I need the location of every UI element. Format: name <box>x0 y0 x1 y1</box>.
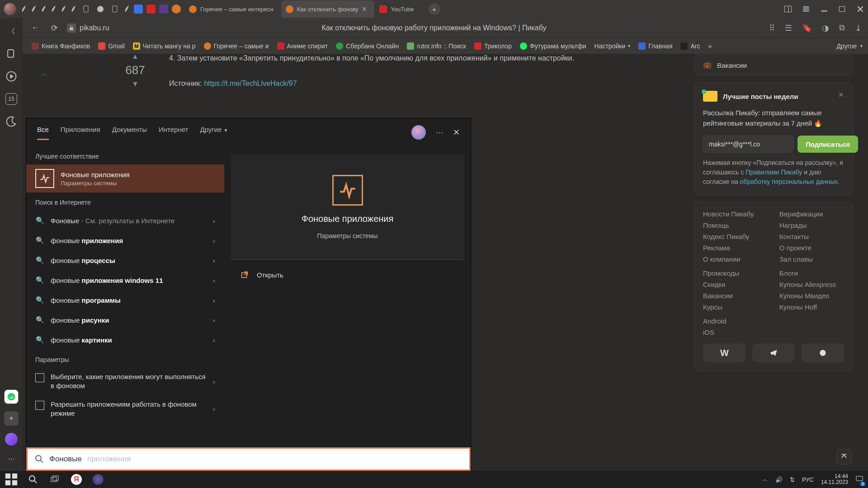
vacancies-card[interactable]: 💼 Вакансии <box>693 54 854 76</box>
notifications-icon[interactable]: 2 <box>855 475 863 484</box>
bookmark-icon[interactable]: 🔖 <box>802 23 812 33</box>
translate-icon[interactable]: ⧉ <box>839 23 845 33</box>
footer-link[interactable]: Кодекс Пикабу <box>703 233 768 240</box>
footer-link[interactable]: Блоги <box>779 269 844 277</box>
close-tab-icon[interactable]: ✕ <box>362 5 367 13</box>
add-sidebar-icon[interactable]: + <box>4 411 19 426</box>
footer-link[interactable]: Верификации <box>779 210 844 218</box>
email-field[interactable] <box>703 136 794 153</box>
footer-link[interactable]: О компании <box>703 255 768 263</box>
tray-expand-icon[interactable]: ︿ <box>762 475 768 483</box>
sidepanel-icon[interactable] <box>784 5 792 13</box>
bookmark-item[interactable]: Настройки ▾ <box>594 42 631 50</box>
bookmarks-overflow-icon[interactable]: » <box>708 42 712 50</box>
bookmark-item[interactable]: Аниме спирит <box>277 42 328 50</box>
bookmark-item[interactable]: Arc <box>680 42 700 50</box>
footer-link[interactable]: Купоны Мвидео <box>779 292 844 300</box>
feather-icon[interactable] <box>61 4 67 14</box>
copy-icon[interactable] <box>5 48 17 60</box>
close-search-icon[interactable]: ✕ <box>453 127 460 137</box>
search-tab-all[interactable]: Все <box>37 126 49 140</box>
source-link[interactable]: https://t.me/TechLiveHack/97 <box>204 80 297 87</box>
bookmark-item[interactable]: MЧитать мангу на р <box>133 42 196 50</box>
url-field[interactable]: pikabu.ru <box>67 23 109 33</box>
tab-item[interactable]: YouTube <box>375 0 421 18</box>
new-tab-button[interactable]: + <box>429 3 440 15</box>
search-suggestion[interactable]: 🔍фоновые приложения windows 11› <box>26 270 224 290</box>
bookmark-item[interactable]: Книга Фанфиков <box>32 42 90 50</box>
doc-icon[interactable] <box>109 4 120 14</box>
viber-icon[interactable] <box>801 343 844 362</box>
search-options-icon[interactable]: ⋯ <box>436 128 443 137</box>
platform-link[interactable]: iOS <box>703 328 844 336</box>
reload-button[interactable]: ⟳ <box>48 22 61 34</box>
user-avatar-icon[interactable] <box>4 3 16 15</box>
feather-icon[interactable] <box>21 4 27 14</box>
footer-link[interactable]: Вакансии <box>703 292 768 300</box>
search-suggestion[interactable]: 🔍фоновые рисунки› <box>26 310 224 330</box>
footer-link[interactable]: Купоны Aliexpress <box>779 281 844 288</box>
search-tab-web[interactable]: Интернет <box>159 126 188 140</box>
user-account-icon[interactable] <box>411 125 426 140</box>
more-icon[interactable]: ⋯ <box>5 453 17 465</box>
pikabu-icon[interactable] <box>172 5 181 14</box>
sidebar-expand-icon[interactable]: 《 <box>5 25 17 37</box>
search-suggestion[interactable]: 🔍фоновые программы› <box>26 290 224 310</box>
bookmark-item[interactable]: Gmail <box>98 42 125 50</box>
rules-link[interactable]: Правилами Пикабу <box>745 169 802 176</box>
footer-link[interactable]: Промокоды <box>703 269 768 277</box>
feather-icon[interactable] <box>31 4 37 14</box>
settings-result[interactable]: Разрешить приложениям работать в фоновом… <box>26 395 224 423</box>
bookmark-item[interactable]: Футурама мультфи <box>520 42 586 50</box>
open-action[interactable]: Открыть <box>231 264 464 285</box>
privacy-link[interactable]: обработку персональных данных. <box>740 178 840 185</box>
footer-link[interactable]: Награды <box>779 221 844 229</box>
best-match-item[interactable]: Фоновые приложения Параметры системы <box>26 164 224 192</box>
menu-icon[interactable] <box>802 5 810 13</box>
footer-link[interactable]: Зал славы <box>779 255 844 263</box>
settings-result[interactable]: Выберите, какие приложения могут выполня… <box>26 368 224 395</box>
footer-link[interactable]: О проекте <box>779 244 844 252</box>
feather-icon[interactable] <box>124 4 130 14</box>
feather-icon[interactable] <box>51 4 57 14</box>
search-tab-apps[interactable]: Приложения <box>61 126 100 140</box>
close-card-icon[interactable]: ✕ <box>838 91 844 99</box>
language-indicator[interactable]: РУС <box>802 476 814 483</box>
network-icon[interactable]: ⇅ <box>790 476 795 483</box>
feather-icon[interactable] <box>41 4 47 14</box>
footer-link[interactable]: Курсы <box>703 303 768 311</box>
vk-icon[interactable]: W <box>703 343 746 362</box>
downvote-icon[interactable]: ▼ <box>132 80 139 88</box>
bookmark-item[interactable]: Сбербанк Онлайн <box>336 42 399 50</box>
close-window-icon[interactable] <box>856 5 864 13</box>
taskview-button[interactable] <box>48 473 61 486</box>
alice-icon[interactable] <box>5 433 18 446</box>
steam-icon[interactable] <box>95 4 106 14</box>
search-suggestion[interactable]: 🔍Фоновые - См. результаты в Интернете› <box>26 211 224 230</box>
search-input[interactable]: Фоновые приложения <box>26 447 471 471</box>
search-button[interactable] <box>26 473 40 486</box>
footer-link[interactable]: Помощь <box>703 221 768 229</box>
telegram-icon[interactable] <box>752 343 795 362</box>
bookmark-item[interactable]: Главная <box>638 42 672 50</box>
bookmark-item[interactable]: Триколор <box>474 42 512 50</box>
youtube-icon[interactable] <box>146 5 156 14</box>
whatsapp-icon[interactable] <box>4 389 19 404</box>
moon-icon[interactable] <box>5 116 17 127</box>
scroll-up-icon[interactable]: ︿ <box>38 68 50 80</box>
play-icon[interactable] <box>5 70 17 82</box>
search-suggestion[interactable]: 🔍фоновые картинки› <box>26 330 224 350</box>
yandex-browser-icon[interactable]: Я <box>70 473 83 486</box>
other-bookmarks-button[interactable]: Другое <box>837 42 857 50</box>
search-tab-docs[interactable]: Документы <box>112 126 147 140</box>
google-docs-icon[interactable] <box>134 5 143 14</box>
extensions-icon[interactable]: ⠿ <box>769 23 775 33</box>
back-button[interactable]: ← <box>29 22 42 34</box>
search-suggestion[interactable]: 🔍фоновые приложения› <box>26 230 224 250</box>
bookmark-item[interactable]: rutor.info :: Поиск <box>407 42 466 50</box>
calendar-badge[interactable]: 15 <box>5 93 17 105</box>
bookmark-item[interactable]: Горячее – самые и <box>204 42 269 50</box>
upvote-icon[interactable]: ▲ <box>132 52 139 61</box>
footer-link[interactable]: Реклама <box>703 244 768 252</box>
footer-link[interactable]: Купоны Hoff <box>779 303 844 311</box>
